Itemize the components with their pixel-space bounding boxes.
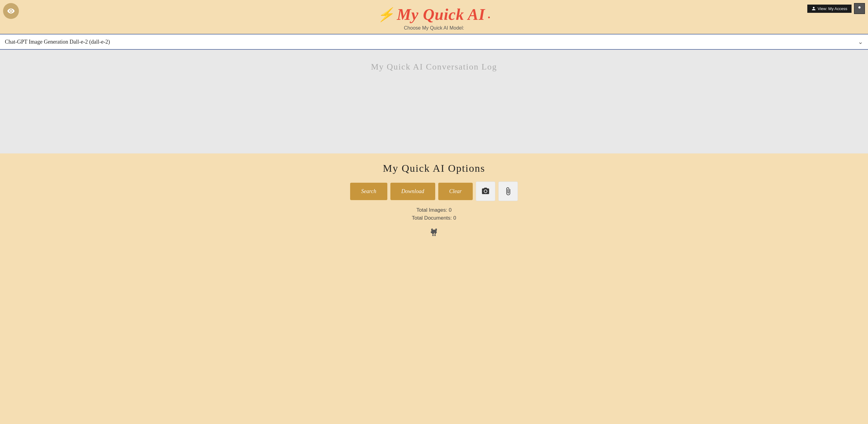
model-select[interactable]: Chat-GPT Image Generation Dall-e-2 (dall… [0,34,868,49]
conversation-wrapper: My Quick AI Conversation Log [0,50,868,153]
avatar-icon [857,6,862,11]
app-title-text: My Quick AI [397,5,485,24]
options-section: My Quick AI Options Search Download Clea… [0,153,868,247]
binoculars-svg [428,226,440,238]
clear-button[interactable]: Clear [438,183,473,200]
conversation-log: My Quick AI Conversation Log [0,50,868,153]
app-title: ⚡ My Quick AI . [6,5,862,24]
options-buttons: Search Download Clear [350,181,518,201]
view-access-label: View: My Access [818,6,847,11]
options-title: My Quick AI Options [383,162,485,174]
camera-button[interactable] [476,181,495,201]
header-top-right: View: My Access [807,3,865,14]
header: View: My Access ⚡ My Quick AI . Choose M… [0,0,868,34]
title-dot: . [488,8,491,21]
logo-eye-icon [3,3,19,19]
subtitle: Choose My Quick AI Model: [6,25,862,31]
binoculars-icon [428,226,440,241]
bolt-icon: ⚡ [377,7,394,23]
download-button[interactable]: Download [391,183,435,200]
avatar [854,3,865,14]
model-selector-container: Chat-GPT Image Generation Dall-e-2 (dall… [0,34,868,50]
total-documents-stat: Total Documents: 0 [412,215,456,221]
user-icon [812,6,816,11]
total-images-stat: Total Images: 0 [416,207,452,213]
camera-icon [481,187,490,195]
conversation-log-placeholder: My Quick AI Conversation Log [371,62,497,72]
paperclip-button[interactable] [498,181,518,201]
eye-icon [7,7,15,15]
model-selector-wrapper[interactable]: Chat-GPT Image Generation Dall-e-2 (dall… [0,34,868,50]
paperclip-icon [504,187,513,195]
search-button[interactable]: Search [350,183,387,200]
view-access-button[interactable]: View: My Access [807,5,851,13]
